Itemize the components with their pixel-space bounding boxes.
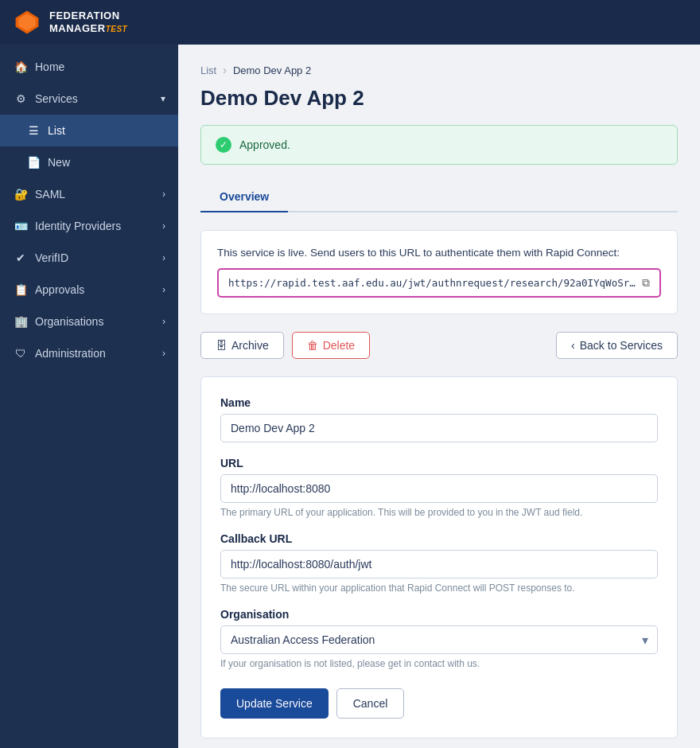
sidebar-idp-label: Identity Providers	[35, 220, 121, 232]
approvals-icon: 📋	[13, 282, 29, 298]
sidebar-org-label: Organisations	[35, 315, 103, 328]
action-row: 🗄 Archive 🗑 Delete ‹ Back to Services	[200, 332, 678, 359]
url-group: URL The primary URL of your application.…	[220, 457, 658, 518]
org-icon: 🏢	[13, 314, 29, 329]
delete-icon: 🗑	[307, 339, 318, 352]
back-to-services-button[interactable]: ‹ Back to Services	[556, 332, 678, 359]
breadcrumb-separator: ›	[223, 64, 227, 76]
url-copy-box[interactable]: https://rapid.test.aaf.edu.au/jwt/authnr…	[217, 268, 661, 298]
main-content: List › Demo Dev App 2 Demo Dev App 2 ✓ A…	[178, 45, 700, 748]
sidebar-item-saml[interactable]: 🔐 SAML ›	[0, 178, 178, 210]
sidebar-item-administration[interactable]: 🛡 Administration ›	[0, 337, 178, 369]
services-chevron-icon: ▾	[161, 93, 165, 104]
tab-overview[interactable]: Overview	[200, 182, 288, 212]
sidebar-item-approvals[interactable]: 📋 Approvals ›	[0, 274, 178, 306]
sidebar-item-services[interactable]: ⚙ Services ▾	[0, 83, 178, 115]
organisation-label: Organisation	[220, 608, 658, 621]
logo-test: TEST	[106, 25, 128, 33]
sidebar-home-label: Home	[35, 60, 64, 73]
delete-button[interactable]: 🗑 Delete	[292, 332, 370, 359]
saml-icon: 🔐	[13, 186, 29, 202]
callback-url-group: Callback URL The secure URL within your …	[220, 532, 658, 594]
tabs: Overview	[200, 182, 678, 212]
service-form: Name URL The primary URL of your applica…	[200, 376, 678, 738]
archive-label: Archive	[231, 339, 269, 352]
services-icon: ⚙	[13, 91, 29, 107]
copy-icon: ⧉	[642, 276, 650, 290]
organisation-hint: If your organisation is not listed, plea…	[220, 658, 658, 669]
delete-label: Delete	[323, 339, 355, 352]
sidebar: 🏠 Home ⚙ Services ▾ ☰ List 📄 New 🔐 SAML …	[0, 45, 178, 748]
live-url-box: This service is live. Send users to this…	[200, 230, 678, 314]
approved-text: Approved.	[239, 138, 290, 151]
verifid-chevron-icon: ›	[162, 252, 165, 263]
approvals-chevron-icon: ›	[162, 284, 165, 295]
admin-chevron-icon: ›	[162, 348, 165, 359]
list-icon: ☰	[25, 123, 41, 138]
top-nav: FEDERATIONMANAGERTEST	[0, 0, 700, 45]
verifid-icon: ✔	[13, 250, 29, 266]
callback-url-input[interactable]	[220, 550, 658, 579]
idp-icon: 🪪	[13, 218, 29, 234]
sidebar-item-organisations[interactable]: 🏢 Organisations ›	[0, 306, 178, 337]
new-icon: 📄	[25, 154, 41, 170]
name-input[interactable]	[220, 414, 658, 442]
archive-icon: 🗄	[216, 339, 227, 352]
logo-icon	[13, 8, 41, 37]
home-icon: 🏠	[13, 59, 29, 75]
sidebar-list-label: List	[48, 124, 65, 137]
sidebar-services-label: Services	[35, 92, 78, 105]
sidebar-verifid-label: VerifID	[35, 251, 68, 264]
archive-button[interactable]: 🗄 Archive	[200, 332, 284, 359]
form-actions: Update Service Cancel	[220, 688, 658, 719]
sidebar-item-services-list[interactable]: ☰ List	[0, 115, 178, 146]
organisation-select[interactable]: Australian Access Federation	[220, 625, 658, 654]
live-description: This service is live. Send users to this…	[217, 247, 661, 259]
logo-text: FEDERATIONMANAGERTEST	[49, 10, 127, 34]
idp-chevron-icon: ›	[162, 220, 165, 232]
approved-icon: ✓	[216, 137, 231, 153]
org-chevron-icon: ›	[162, 316, 165, 327]
organisation-group: Organisation Australian Access Federatio…	[220, 608, 658, 669]
name-label: Name	[220, 396, 658, 409]
sidebar-item-services-new[interactable]: 📄 New	[0, 146, 178, 178]
logo-area: FEDERATIONMANAGERTEST	[13, 8, 127, 37]
back-chevron-icon: ‹	[571, 339, 575, 352]
sidebar-item-home[interactable]: 🏠 Home	[0, 51, 178, 83]
breadcrumb: List › Demo Dev App 2	[200, 64, 678, 76]
live-url-text: https://rapid.test.aaf.edu.au/jwt/authnr…	[228, 277, 636, 289]
url-hint: The primary URL of your application. Thi…	[220, 507, 658, 518]
name-group: Name	[220, 396, 658, 442]
approved-banner: ✓ Approved.	[200, 125, 678, 165]
callback-url-label: Callback URL	[220, 532, 658, 545]
sidebar-saml-label: SAML	[35, 188, 65, 201]
update-service-button[interactable]: Update Service	[220, 688, 329, 719]
sidebar-approvals-label: Approvals	[35, 283, 84, 296]
sidebar-item-verifid[interactable]: ✔ VerifID ›	[0, 242, 178, 274]
url-label: URL	[220, 457, 658, 469]
sidebar-item-identity-providers[interactable]: 🪪 Identity Providers ›	[0, 210, 178, 242]
cancel-button[interactable]: Cancel	[336, 688, 405, 719]
saml-chevron-icon: ›	[162, 189, 165, 200]
sidebar-admin-label: Administration	[35, 347, 106, 360]
callback-url-hint: The secure URL within your application t…	[220, 582, 658, 594]
sidebar-new-label: New	[48, 156, 70, 169]
admin-icon: 🛡	[13, 345, 29, 361]
breadcrumb-list-link[interactable]: List	[200, 64, 216, 76]
back-label: Back to Services	[580, 339, 663, 352]
breadcrumb-current: Demo Dev App 2	[233, 64, 311, 76]
organisation-select-wrap: Australian Access Federation	[220, 625, 658, 654]
page-title: Demo Dev App 2	[200, 86, 678, 111]
url-input[interactable]	[220, 474, 658, 503]
